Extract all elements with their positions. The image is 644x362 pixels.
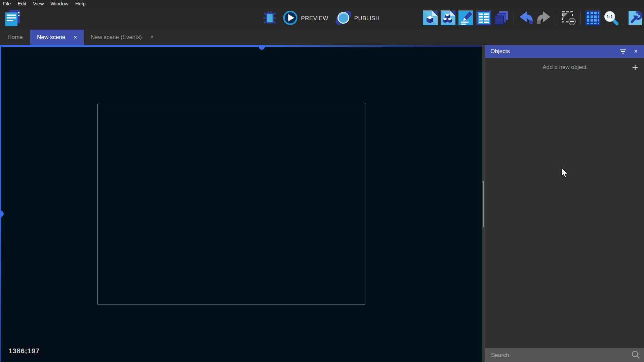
search-placeholder: Search — [485, 352, 509, 359]
menu-help[interactable]: Help — [72, 0, 89, 7]
undo-button[interactable] — [519, 11, 533, 26]
project-manager-icon — [3, 9, 22, 28]
debugger-button[interactable] — [263, 11, 277, 26]
object-groups-button[interactable] — [441, 11, 455, 26]
objects-panel-header: Objects ✕ — [485, 45, 644, 58]
game-window-border — [97, 104, 365, 304]
scene-properties-button[interactable] — [628, 11, 643, 26]
tab-label: Home — [7, 34, 23, 41]
menu-file[interactable]: File — [0, 0, 14, 7]
close-icon[interactable]: ✕ — [634, 48, 638, 55]
add-new-object-button[interactable]: Add a new object + — [485, 58, 644, 77]
objects-cube-icon — [423, 10, 438, 27]
instances-list-icon — [476, 10, 491, 27]
globe-icon — [336, 10, 351, 27]
plus-icon[interactable]: + — [632, 62, 638, 73]
preview-button[interactable]: PREVIEW — [281, 10, 330, 27]
tab-label: New scene (Events) — [91, 34, 142, 41]
play-icon — [283, 10, 298, 27]
cursor-coordinates: 1386;197 — [6, 346, 43, 356]
tab-close-icon[interactable]: ✕ — [150, 35, 154, 40]
resize-handle-left[interactable] — [0, 211, 4, 217]
project-manager-button[interactable] — [3, 10, 22, 27]
tab-home[interactable]: Home — [0, 30, 30, 45]
toolbar-separator — [556, 12, 556, 25]
objects-panel-title: Objects — [490, 48, 619, 55]
undo-arrow-icon — [518, 10, 534, 27]
objects-panel: Objects ✕ Add a new object + Search — [485, 45, 644, 362]
divider-drag-handle[interactable] — [483, 181, 484, 227]
main-area: 1386;197 Objects ✕ Add a new object — [0, 45, 644, 362]
debugger-bug-icon — [263, 10, 277, 27]
app-window: File Edit View Window Help — [0, 0, 644, 362]
layers-icon — [494, 10, 509, 27]
menu-view[interactable]: View — [30, 0, 47, 7]
tab-new-scene-events[interactable]: New scene (Events) ✕ — [84, 30, 161, 45]
toolbar-separator — [580, 12, 581, 25]
objects-editor-button[interactable] — [423, 11, 438, 26]
panel-divider — [482, 45, 485, 362]
object-groups-icon — [441, 10, 455, 27]
add-new-object-label: Add a new object — [542, 64, 586, 71]
redo-button[interactable] — [536, 11, 551, 26]
objects-search-input[interactable]: Search — [485, 348, 644, 362]
objects-list-empty-area[interactable] — [485, 77, 644, 348]
properties-pencil-icon — [458, 10, 473, 27]
publish-label: PUBLISH — [354, 15, 380, 22]
menu-edit[interactable]: Edit — [14, 0, 30, 7]
menu-window[interactable]: Window — [47, 0, 72, 7]
properties-button[interactable] — [458, 11, 473, 26]
tab-new-scene[interactable]: New scene ✕ — [30, 30, 84, 45]
search-icon — [631, 350, 640, 360]
layers-editor-button[interactable] — [494, 11, 509, 26]
preview-label: PREVIEW — [301, 15, 328, 22]
wrench-page-icon — [628, 10, 643, 27]
tab-bar: Home New scene ✕ New scene (Events) ✕ — [0, 30, 644, 45]
panel-resize-border-top[interactable] — [0, 45, 482, 47]
redo-arrow-icon — [536, 10, 552, 27]
toolbar: PREVIEW PUBLISH — [0, 7, 644, 30]
toolbar-center-group: PREVIEW PUBLISH — [263, 7, 382, 30]
filter-icon[interactable] — [619, 47, 628, 56]
grid-button[interactable] — [586, 11, 600, 26]
tab-label: New scene — [37, 34, 65, 41]
toolbar-right-group: 1:1 — [423, 11, 643, 26]
publish-button[interactable]: PUBLISH — [334, 10, 382, 27]
menu-bar: File Edit View Window Help — [0, 0, 644, 7]
toolbar-separator — [623, 12, 623, 25]
panel-resize-border-left[interactable] — [0, 45, 1, 362]
grid-icon — [586, 10, 600, 27]
deselect-icon — [561, 10, 576, 27]
deselect-button[interactable] — [561, 11, 576, 26]
zoom-1-1-icon: 1:1 — [603, 10, 618, 27]
resize-handle-top[interactable] — [259, 45, 265, 50]
instances-list-button[interactable] — [476, 11, 491, 26]
tab-close-icon[interactable]: ✕ — [73, 35, 77, 40]
zoom-original-button[interactable]: 1:1 — [603, 11, 618, 26]
scene-editor-canvas[interactable]: 1386;197 — [0, 45, 482, 362]
toolbar-separator — [514, 12, 514, 25]
svg-text:1:1: 1:1 — [607, 14, 613, 19]
